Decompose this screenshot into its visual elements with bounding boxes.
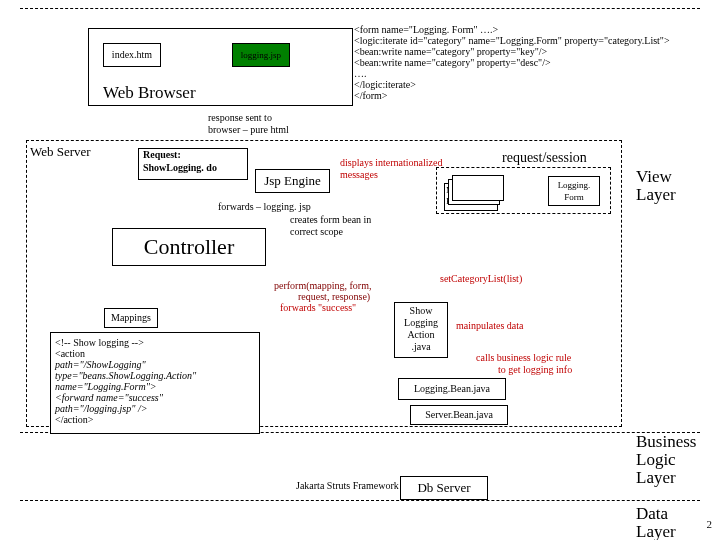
- perf1: perform(mapping, form,: [274, 280, 371, 291]
- layer3: Layer: [636, 522, 676, 540]
- view: View: [636, 167, 672, 187]
- index-file: index.htm: [103, 43, 161, 67]
- logbean: Logging.Bean.java: [398, 378, 506, 400]
- creates1: creates form bean in: [290, 214, 371, 225]
- browser-label: Web Browser: [103, 83, 196, 103]
- forwards: forwards – logging. jsp: [218, 201, 311, 212]
- creates2: correct scope: [290, 226, 343, 237]
- layer1: Layer: [636, 185, 676, 205]
- int1: displays internationalized: [340, 157, 442, 168]
- form-code: <form name="Logging. Form" ….> <logic:it…: [354, 24, 670, 101]
- biz: Business: [636, 432, 696, 452]
- servbean: Server.Bean.java: [410, 405, 508, 425]
- db-server: Db Server: [400, 476, 488, 500]
- browser-box: index.htm logging.jsp Web Browser: [88, 28, 353, 106]
- resp1: response sent to: [208, 112, 272, 123]
- mappings: Mappings: [104, 308, 158, 328]
- logform-box: Logging.Form: [548, 176, 600, 206]
- logic: Logic: [636, 450, 676, 470]
- action-code: <!-- Show logging --> <action path="/Sho…: [50, 332, 260, 434]
- jsp-engine: Jsp Engine: [255, 169, 330, 193]
- resp2: browser – pure html: [208, 124, 289, 135]
- index-label: index.htm: [112, 49, 152, 60]
- logging-label: logging.jsp: [241, 50, 281, 60]
- setcat: setCategoryList(list): [440, 273, 522, 284]
- layer2: Layer: [636, 468, 676, 488]
- webserver-label: Web Server: [30, 144, 91, 160]
- page-num: 2: [707, 518, 713, 530]
- perf2: request, response): [298, 291, 370, 302]
- footer: Jakarta Struts Framework: [296, 480, 399, 491]
- logging-jsp: logging.jsp: [232, 43, 290, 67]
- perf3: forwards "success": [280, 302, 356, 313]
- controller: Controller: [112, 228, 266, 266]
- int2: messages: [340, 169, 378, 180]
- calls2: to get logging info: [498, 364, 572, 375]
- calls1: calls business logic rule: [476, 352, 571, 363]
- data: Data: [636, 504, 668, 524]
- manip: mainpulates data: [456, 320, 523, 331]
- request-box: Request: ShowLogging. do: [138, 148, 248, 180]
- reqsession: request/session: [502, 150, 587, 166]
- show-action: Show Logging Action .java: [394, 302, 448, 358]
